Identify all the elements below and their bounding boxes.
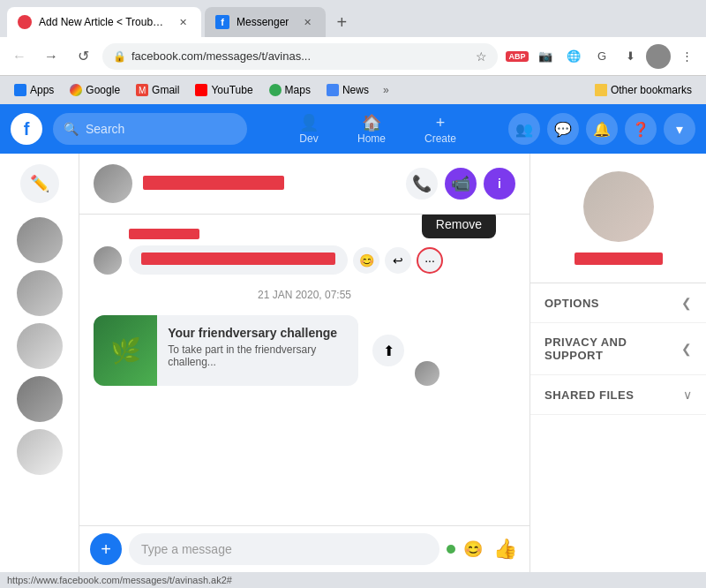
panel-profile-name-redacted [575, 253, 663, 265]
nav-dev[interactable]: 👤 Dev [282, 106, 336, 152]
more-options-btn[interactable]: ··· [417, 247, 443, 274]
tab1-favicon [18, 15, 32, 29]
shared-files-chevron: ∨ [683, 388, 692, 402]
address-input[interactable]: 🔒 facebook.com/messages/t/avinas... ☆ [102, 43, 498, 70]
conversation-item-5[interactable] [17, 429, 63, 475]
chat-main: 📞 📹 i [79, 154, 530, 572]
bookmark-apps[interactable]: Apps [7, 80, 61, 100]
remove-menu[interactable]: Remove [422, 215, 496, 238]
tab2-title: Messenger [237, 16, 289, 28]
maps-favicon [269, 84, 282, 96]
more-bookmarks-btn[interactable]: » [378, 80, 394, 100]
translate-icon[interactable]: 🌐 [561, 44, 586, 69]
message-with-actions: 😊 ↩ ··· Remove [129, 245, 443, 275]
contact-name-redacted [143, 176, 284, 190]
address-text: facebook.com/messages/t/avinas... [131, 49, 470, 63]
emoji-picker-btn[interactable]: 😊 [459, 535, 487, 563]
reaction-avatar [415, 361, 439, 386]
shared-files-label: SHARED FILES [545, 388, 634, 402]
notifications-icon-btn[interactable]: 🔔 [586, 113, 618, 145]
friendversary-title: Your friendversary challenge [168, 326, 348, 340]
fb-nav-actions: 👥 💬 🔔 ❓ ▾ [508, 113, 695, 145]
browser-toolbar: ABP 📷 🌐 G ⬇ ⋮ [505, 44, 699, 69]
reload-btn[interactable]: ↺ [71, 44, 95, 69]
bookmark-news-label: News [342, 84, 369, 96]
like-btn[interactable]: 👍 [491, 535, 519, 563]
options-label: OPTIONS [545, 297, 599, 310]
friendversary-img: 🌿 [94, 315, 157, 386]
chevron-down-icon-btn[interactable]: ▾ [664, 113, 695, 145]
bookmark-maps-label: Maps [285, 84, 311, 96]
search-input[interactable] [86, 122, 209, 136]
conversation-item-1[interactable] [17, 217, 63, 263]
grammarly-icon[interactable]: G [590, 44, 614, 69]
right-panel: OPTIONS ❮ PRIVACY AND SUPPORT ❮ SHARED F… [530, 154, 706, 572]
bookmark-news[interactable]: News [319, 80, 376, 100]
back-btn[interactable]: ← [7, 44, 32, 69]
friendversary-content: Your friendversary challenge To take par… [157, 315, 358, 386]
compose-btn[interactable]: ✏️ [20, 164, 59, 203]
youtube-favicon [195, 84, 207, 96]
help-icon-btn[interactable]: ❓ [625, 113, 657, 145]
video-call-btn[interactable]: 📹 [445, 168, 477, 200]
camera-icon[interactable]: 📷 [533, 44, 558, 69]
tab-1[interactable]: Add New Article < Troubles ✕ [7, 7, 201, 37]
new-tab-btn[interactable]: + [329, 10, 354, 34]
messenger-icon-btn[interactable]: 💬 [547, 113, 579, 145]
panel-profile [530, 154, 706, 283]
menu-icon[interactable]: ⋮ [674, 44, 699, 69]
sender-name [129, 229, 443, 242]
bookmark-gmail[interactable]: M Gmail [129, 80, 186, 100]
nav-create[interactable]: + Create [407, 107, 474, 152]
bookmark-star-icon[interactable]: ☆ [476, 49, 487, 64]
phone-call-btn[interactable]: 📞 [406, 168, 438, 200]
sender-name-redacted [129, 229, 199, 239]
reply-btn[interactable]: ↩ [385, 247, 411, 274]
tab-bar: Add New Article < Troubles ✕ f Messenger… [0, 0, 706, 37]
other-bookmarks-btn[interactable]: Other bookmarks [588, 80, 699, 100]
bookmark-google-label: Google [86, 84, 120, 96]
bookmark-youtube-label: YouTube [211, 84, 252, 96]
download-icon[interactable]: ⬇ [618, 44, 642, 69]
privacy-section[interactable]: PRIVACY AND SUPPORT ❮ [530, 323, 706, 375]
friendversary-row: 🌿 Your friendversary challenge To take p… [94, 315, 515, 386]
chat-header-avatar [94, 164, 132, 203]
conversation-item-3[interactable] [17, 323, 63, 369]
forward-btn[interactable]: → [39, 44, 64, 69]
emoji-reaction-btn[interactable]: 😊 [353, 247, 379, 274]
conversation-item-2[interactable] [17, 270, 63, 316]
friendversary-card: 🌿 Your friendversary challenge To take p… [94, 315, 358, 386]
status-bar: https://www.facebook.com/messages/t/avin… [0, 572, 706, 588]
browser-chrome: Add New Article < Troubles ✕ f Messenger… [0, 0, 706, 104]
share-btn[interactable]: ⬆ [372, 335, 404, 366]
shared-files-section[interactable]: SHARED FILES ∨ [530, 375, 706, 415]
nav-home[interactable]: 🏠 Home [340, 106, 403, 152]
address-bar: ← → ↺ 🔒 facebook.com/messages/t/avinas..… [0, 37, 706, 76]
message-row-1: 😊 ↩ ··· Remove [94, 229, 515, 275]
privacy-label: PRIVACY AND SUPPORT [545, 335, 681, 362]
message-input[interactable] [129, 533, 439, 565]
chat-header-name [143, 176, 395, 192]
conversation-item-4[interactable] [17, 376, 63, 422]
tab1-close-btn[interactable]: ✕ [175, 14, 191, 30]
abp-icon[interactable]: ABP [505, 44, 530, 69]
friends-icon-btn[interactable]: 👥 [508, 113, 540, 145]
bookmark-youtube[interactable]: YouTube [188, 80, 259, 100]
options-section[interactable]: OPTIONS ❮ [530, 283, 706, 323]
remove-label: Remove [436, 217, 482, 231]
panel-profile-avatar [583, 171, 654, 242]
add-attachment-btn[interactable]: + [90, 533, 122, 565]
bookmark-google[interactable]: Google [63, 80, 127, 100]
fb-search-box[interactable]: 🔍 [53, 113, 247, 145]
fb-logo[interactable]: f [11, 113, 42, 145]
tab2-close-btn[interactable]: ✕ [299, 14, 315, 30]
input-actions: 😊 👍 [447, 535, 519, 563]
bookmark-gmail-label: Gmail [152, 84, 179, 96]
message-bubble-1 [129, 245, 348, 275]
tab-2[interactable]: f Messenger ✕ [205, 7, 326, 37]
profile-avatar[interactable] [646, 44, 671, 69]
tab2-favicon: f [215, 15, 229, 29]
nav-home-label: Home [357, 132, 386, 145]
bookmark-maps[interactable]: Maps [262, 80, 318, 100]
info-btn[interactable]: i [484, 168, 515, 200]
